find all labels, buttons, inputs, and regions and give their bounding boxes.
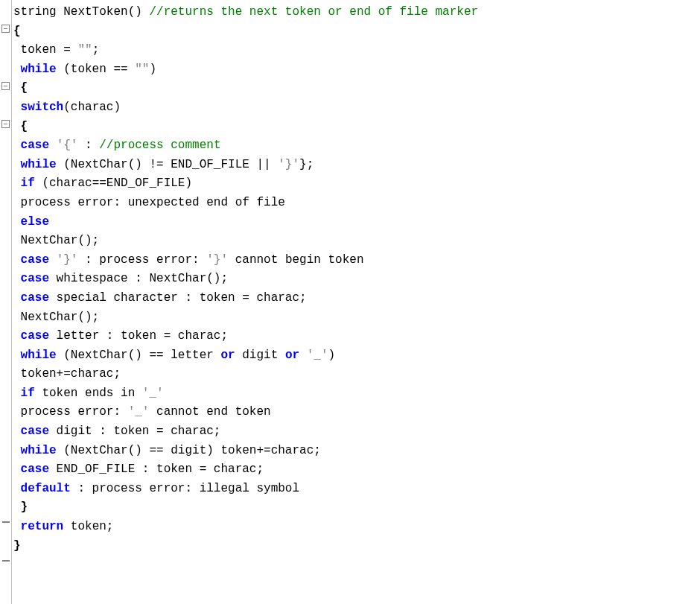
fold-box-icon[interactable]	[1, 82, 10, 90]
code-line: case digit : token = charac;	[13, 422, 700, 442]
code-line: token = "";	[13, 41, 700, 60]
code-block: string NextToken() //returns the next to…	[0, 3, 700, 556]
code-line: process error: unexpected end of file	[13, 194, 700, 213]
code-line: while (NextChar() == digit) token+=chara…	[13, 442, 700, 461]
code-line: while (token == "")	[13, 60, 700, 80]
code-line: if (charac==END_OF_FILE)	[13, 174, 700, 194]
code-line: case '}' : process error: '}' cannot beg…	[13, 251, 700, 270]
fold-mark-icon	[2, 521, 10, 523]
code-line: default : process error: illegal symbol	[13, 480, 700, 499]
code-line: NextChar();	[13, 232, 700, 251]
code-line: while (NextChar() != END_OF_FILE || '}'}…	[13, 156, 700, 175]
code-line: NextChar();	[13, 308, 700, 328]
code-line: {	[13, 118, 700, 137]
fold-mark-icon	[2, 560, 10, 562]
code-line: else	[13, 213, 700, 232]
code-line: case END_OF_FILE : token = charac;	[13, 460, 700, 480]
code-line: while (NextChar() == letter or digit or …	[13, 346, 700, 366]
code-line: case letter : token = charac;	[13, 327, 700, 346]
code-line: if token ends in '_'	[13, 384, 700, 404]
fold-gutter	[0, 0, 12, 604]
code-line: case special character : token = charac;	[13, 289, 700, 308]
code-line: string NextToken() //returns the next to…	[13, 3, 700, 22]
code-line: }	[13, 498, 700, 518]
code-line: return token;	[13, 518, 700, 537]
code-line: }	[13, 537, 700, 556]
fold-box-icon[interactable]	[1, 25, 10, 33]
code-line: {	[13, 79, 700, 98]
code-line: process error: '_' cannot end token	[13, 403, 700, 422]
code-line: token+=charac;	[13, 365, 700, 384]
fold-box-icon[interactable]	[1, 120, 10, 128]
code-line: switch(charac)	[13, 98, 700, 118]
code-line: case whitespace : NextChar();	[13, 270, 700, 289]
code-line: {	[13, 22, 700, 42]
code-line: case '{' : //process comment	[13, 136, 700, 156]
